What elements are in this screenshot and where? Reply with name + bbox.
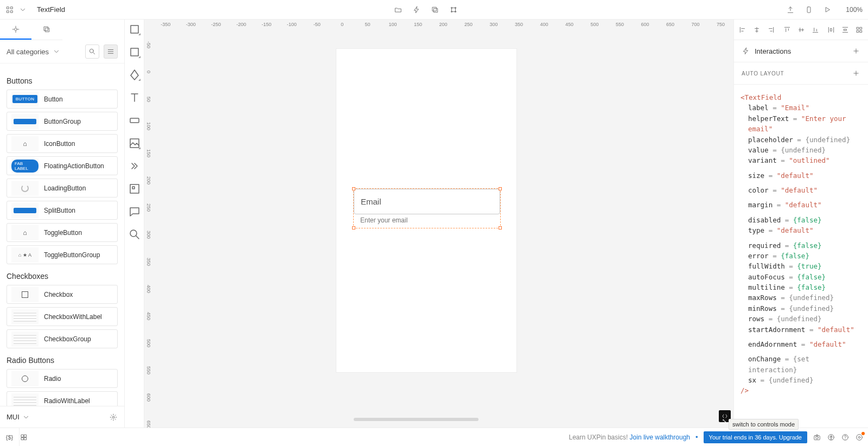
accessibility-icon[interactable] [827, 433, 835, 442]
distribute-h-icon[interactable] [827, 26, 835, 34]
canvas[interactable]: -350-300-250-200-150-100-500501001502002… [144, 20, 733, 428]
ruler-tick: 650 [144, 411, 151, 428]
ruler-tick: 450 [144, 303, 151, 330]
tool-image[interactable] [128, 137, 141, 150]
align-center-h-icon[interactable] [752, 26, 761, 34]
component-item[interactable]: ⌂IconButton [7, 134, 118, 153]
search-button[interactable] [85, 44, 99, 59]
upload-icon[interactable] [786, 5, 795, 14]
interactions-section[interactable]: Interactions [734, 40, 868, 62]
chevron-down-icon [22, 413, 30, 422]
app-topbar: TextField 100% [0, 0, 868, 20]
component-item[interactable]: RadioWithLabel [7, 391, 118, 406]
svg-rect-4 [433, 8, 437, 12]
component-label: Radio [44, 375, 61, 383]
copy-icon[interactable] [431, 5, 439, 14]
tool-button[interactable] [128, 114, 141, 127]
component-thumb: ⌂ ★ A [18, 252, 31, 258]
align-top-icon[interactable] [783, 26, 792, 34]
horizontal-scrollbar[interactable] [354, 418, 478, 421]
notifications-icon[interactable] [855, 433, 864, 442]
tool-comment[interactable] [128, 205, 141, 218]
components-list[interactable]: ButtonsBUTTONButtonButtonGroup⌂IconButto… [0, 63, 124, 406]
search-icon [88, 47, 97, 56]
svg-rect-0 [7, 7, 9, 9]
component-item[interactable]: ButtonGroup [7, 112, 118, 131]
app-menu-icon[interactable] [5, 5, 14, 14]
selected-element[interactable]: Email Enter your email [354, 189, 500, 228]
ruler-tick: 0 [144, 59, 151, 86]
folder-icon[interactable] [394, 5, 403, 14]
resize-handle[interactable] [352, 226, 355, 230]
tool-search[interactable] [128, 228, 141, 241]
component-item[interactable]: CheckboxGroup [7, 329, 118, 348]
component-item[interactable]: ⌂ToggleButton [7, 223, 118, 242]
tool-select[interactable] [128, 23, 141, 36]
tab-components[interactable] [0, 20, 31, 40]
svg-rect-29 [21, 437, 23, 439]
list-view-button[interactable] [104, 44, 118, 59]
component-label: CheckboxGroup [44, 335, 91, 343]
zoom-level[interactable]: 100% [846, 6, 863, 14]
tab-layers[interactable] [31, 20, 63, 40]
component-thumb [22, 291, 28, 298]
gear-icon[interactable] [109, 413, 118, 422]
ruler-tick: 150 [405, 20, 431, 27]
svg-rect-23 [857, 27, 859, 29]
tool-hotspot[interactable] [128, 160, 141, 173]
distribute-v-icon[interactable] [841, 26, 850, 34]
component-item[interactable]: SplitButton [7, 201, 118, 220]
align-left-icon[interactable] [738, 26, 747, 34]
svg-rect-24 [860, 27, 862, 29]
svg-point-37 [858, 436, 860, 438]
device-icon[interactable] [805, 5, 813, 14]
component-label: LoadingButton [44, 184, 86, 192]
align-bottom-icon[interactable] [811, 26, 820, 34]
ruler-tick: 150 [144, 140, 151, 167]
separator-dot: • [695, 433, 698, 441]
tool-rectangle[interactable] [128, 46, 141, 59]
ruler-tick: 250 [456, 20, 481, 27]
component-item[interactable]: Radio [7, 369, 118, 388]
component-item[interactable]: ⌂ ★ AToggleButtonGroup [7, 245, 118, 264]
resize-handle[interactable] [499, 187, 502, 190]
component-item[interactable]: BUTTONButton [7, 90, 118, 109]
align-right-icon[interactable] [767, 26, 775, 34]
code-props[interactable]: <TextFieldlabel = "Email"helperText = "E… [734, 85, 868, 428]
component-thumb [14, 312, 36, 322]
ruler-tick: 100 [380, 20, 406, 27]
component-label: ToggleButton [44, 229, 82, 237]
tidy-icon[interactable] [855, 26, 864, 34]
tool-container[interactable] [128, 182, 141, 195]
resize-handle[interactable] [499, 226, 502, 230]
list-icon [106, 47, 115, 56]
autolayout-section[interactable]: AUTO LAYOUT [734, 62, 868, 85]
component-item[interactable]: Checkbox [7, 285, 118, 304]
category-dropdown[interactable]: All categories [7, 47, 81, 56]
svg-rect-27 [21, 435, 23, 437]
chevron-down-icon[interactable] [18, 5, 27, 14]
code-mode-toggle[interactable]: {$} [0, 428, 20, 446]
component-item[interactable]: CheckboxWithLabel [7, 307, 118, 326]
component-label: ToggleButtonGroup [44, 251, 100, 259]
walkthrough-link[interactable]: Join live walkthrough [630, 434, 690, 441]
share-icon[interactable] [449, 5, 458, 14]
component-item[interactable]: LoadingButton [7, 179, 118, 197]
svg-rect-12 [44, 27, 48, 30]
bolt-icon[interactable] [412, 5, 421, 14]
library-select[interactable]: MUI [7, 413, 20, 421]
trial-banner[interactable]: Your trial ends in 36 days. Upgrade [704, 431, 807, 443]
resize-handle[interactable] [352, 187, 355, 190]
plus-icon[interactable] [852, 47, 860, 55]
tool-pen[interactable] [128, 68, 141, 81]
svg-point-22 [130, 230, 137, 237]
tool-text[interactable] [128, 91, 141, 104]
help-icon[interactable] [841, 433, 850, 442]
camera-icon[interactable] [813, 433, 821, 442]
ruler-tick: 50 [355, 20, 380, 27]
play-icon[interactable] [823, 5, 832, 14]
component-item[interactable]: FAB LABELFloatingActionButton [7, 156, 118, 175]
grid-toggle-icon[interactable] [20, 433, 28, 442]
plus-icon[interactable] [852, 69, 860, 78]
align-center-v-icon[interactable] [797, 26, 806, 34]
